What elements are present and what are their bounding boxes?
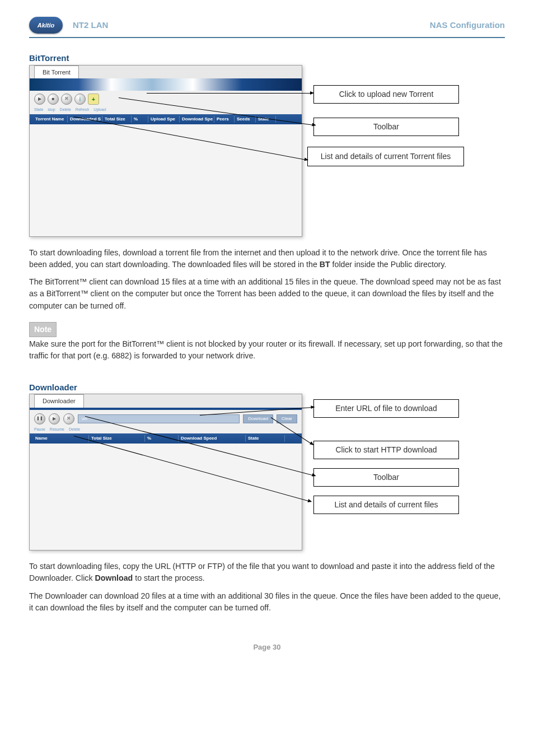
page-footer: Page 30	[29, 642, 505, 653]
downloader-para1: To start downloading files, copy the URL…	[29, 561, 505, 585]
bittorrent-body	[30, 124, 302, 236]
col: Download Speed	[179, 435, 246, 442]
stop-icon[interactable]	[48, 94, 59, 105]
download-button[interactable]: Download	[243, 414, 273, 423]
col: Download Spe	[180, 116, 214, 123]
page-header: Akitio NT2 LAN NAS Configuration	[29, 17, 505, 38]
note-text: Make sure the port for the BitTorrent™ c…	[29, 338, 505, 362]
url-input[interactable]: url:	[78, 414, 240, 423]
sublabel: stop	[48, 107, 55, 113]
refresh-icon[interactable]	[74, 94, 86, 105]
downloader-tab[interactable]: Downloader	[34, 394, 84, 408]
downloader-columns: Name Total Size % Download Speed State	[30, 433, 302, 444]
sublabel: Refresh	[76, 107, 90, 113]
downloader-para2: The Downloader can download 20 files at …	[29, 590, 505, 614]
col: Peers	[214, 116, 235, 123]
sublabel: Delete	[60, 107, 71, 113]
upload-icon[interactable]	[88, 94, 99, 105]
col: Total Size	[89, 435, 145, 442]
callout-list: List and details of current files	[313, 496, 459, 514]
col: Torrent Name	[33, 116, 68, 123]
header-left: NT2 LAN	[73, 19, 108, 32]
bittorrent-toolbar-sublabels: State stop Delete Refresh Upload	[30, 107, 302, 114]
sublabel: State	[34, 107, 43, 113]
bittorrent-tab[interactable]: Bit Torrent	[34, 66, 79, 79]
clear-button[interactable]: Clear	[277, 414, 297, 423]
callout-list: List and details of current Torrent file…	[307, 147, 464, 166]
callout-toolbar: Toolbar	[313, 468, 459, 487]
col: Upload Spe	[148, 116, 180, 123]
delete-icon[interactable]	[61, 94, 72, 105]
bittorrent-screenshot: Bit Torrent State stop Delete Refresh Up…	[29, 65, 302, 237]
sublabel: Pause	[34, 427, 45, 433]
bittorrent-para1: To start downloading files, download a t…	[29, 247, 505, 271]
section-title-downloader: Downloader	[29, 381, 505, 394]
play-icon[interactable]	[34, 94, 45, 105]
note-label: Note	[29, 322, 57, 337]
bittorrent-columns: Torrent Name Downloaded S Total Size % U…	[30, 114, 302, 124]
sublabel: Resume	[50, 427, 64, 433]
section-title-bittorrent: BitTorrent	[29, 52, 505, 65]
callout-url: Enter URL of file to download	[313, 399, 459, 418]
bittorrent-banner	[30, 78, 302, 91]
brand-logo: Akitio	[29, 17, 63, 34]
downloader-screenshot: Downloader url: Download Clear Pause Res…	[29, 394, 302, 550]
callout-upload: Click to upload new Torrent	[313, 85, 459, 104]
sublabel: Upload	[93, 107, 106, 113]
downloader-screenshot-wrap: Downloader url: Download Clear Pause Res…	[29, 394, 505, 550]
downloader-toolbar-sublabels: Pause Resume Delete	[30, 427, 302, 434]
resume-icon[interactable]	[49, 413, 60, 424]
col: Name	[33, 435, 89, 442]
callout-download: Click to start HTTP download	[313, 441, 459, 459]
delete-icon[interactable]	[63, 413, 74, 424]
pause-icon[interactable]	[34, 413, 45, 424]
col: %	[132, 116, 148, 123]
col: State	[246, 435, 285, 442]
downloader-body	[30, 444, 302, 550]
callout-line	[147, 93, 313, 94]
callout-toolbar: Toolbar	[313, 118, 459, 136]
bittorrent-screenshot-wrap: Bit Torrent State stop Delete Refresh Up…	[29, 65, 505, 237]
col: Total Size	[102, 116, 132, 123]
sublabel: Delete	[69, 427, 80, 433]
header-right: NAS Configuration	[430, 19, 505, 32]
bittorrent-para2: The BitTorrent™ client can download 15 f…	[29, 276, 505, 312]
